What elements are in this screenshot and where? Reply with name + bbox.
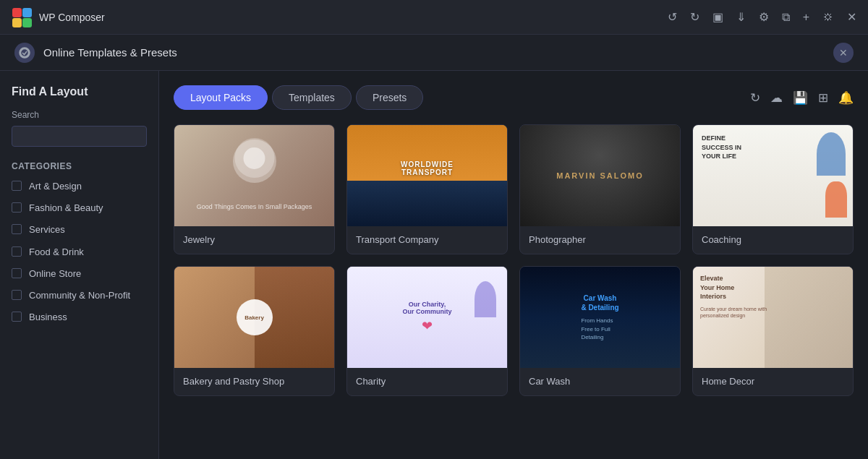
category-food-drink[interactable]: Food & Drink <box>12 246 147 259</box>
category-checkbox-food-drink[interactable] <box>12 246 22 257</box>
card-image-homedecor: ElevateYour HomeInteriors Curate your dr… <box>693 267 853 368</box>
category-art-design[interactable]: Art & Design <box>12 180 147 193</box>
category-label-art-design: Art & Design <box>29 180 82 193</box>
category-label-community-non-profit: Community & Non-Profit <box>29 289 130 302</box>
template-card-bakery[interactable]: Bakery Bakery and Pastry Shop <box>174 266 335 396</box>
cloud-icon[interactable]: ☁ <box>770 90 783 106</box>
photographer-preview-text: MARVIN SALOMO <box>556 171 644 180</box>
bell-icon[interactable]: 🔔 <box>838 90 854 106</box>
card-label-jewelry: Jewelry <box>174 226 334 254</box>
card-label-photographer: Photographer <box>520 226 680 254</box>
toolbar-icons: ↻ ☁ 💾 ⊞ 🔔 <box>750 90 854 106</box>
app-logo <box>12 7 32 27</box>
refresh-icon[interactable]: ↻ <box>750 90 760 106</box>
modal-title: Online Templates & Presets <box>43 46 833 59</box>
category-label-food-drink: Food & Drink <box>29 246 84 259</box>
tab-templates[interactable]: Templates <box>272 85 352 110</box>
category-checkbox-art-design[interactable] <box>12 181 22 191</box>
category-fashion-beauty[interactable]: Fashion & Beauty <box>12 202 147 215</box>
svg-rect-2 <box>12 18 22 27</box>
templates-grid: Good Things Comes In Small Packages Jewe… <box>174 124 854 396</box>
card-image-photographer: MARVIN SALOMO <box>520 125 680 226</box>
category-label-services: Services <box>29 223 65 236</box>
coaching-figure <box>817 132 846 176</box>
homedecor-preview-text: ElevateYour HomeInteriors <box>700 274 767 301</box>
coaching-preview-text: DEFINESUCCESS INYOUR LIFE <box>702 134 741 161</box>
transport-preview-text: WORLDWIDETRANSPORT <box>401 160 454 176</box>
modal-header-icon <box>14 43 35 63</box>
undo-icon[interactable]: ↺ <box>668 10 677 24</box>
card-image-coaching: DEFINESUCCESS INYOUR LIFE <box>693 125 853 226</box>
search-label: Search <box>12 110 147 120</box>
card-image-transport: WORLDWIDETRANSPORT <box>347 125 507 226</box>
tabs: Layout Packs Templates Presets <box>174 85 750 110</box>
svg-rect-1 <box>22 8 32 17</box>
card-image-charity: Our Charity,Our Community ❤ <box>347 267 507 368</box>
card-image-bakery: Bakery <box>174 267 334 368</box>
card-label-transport: Transport Company <box>347 226 507 254</box>
modal-close-button[interactable]: ✕ <box>833 43 854 63</box>
save-icon[interactable]: 💾 <box>793 90 808 106</box>
top-bar: WP Composer ↺ ↻ ▣ ⇓ ⚙ ⧉ + ⛭ ✕ <box>0 0 868 35</box>
card-label-bakery: Bakery and Pastry Shop <box>174 368 334 395</box>
sidebar: Find A Layout Search Categories Art & De… <box>0 71 159 459</box>
card-label-carwash: Car Wash <box>520 368 680 395</box>
template-card-jewelry[interactable]: Good Things Comes In Small Packages Jewe… <box>174 124 335 254</box>
category-label-business: Business <box>29 311 67 324</box>
card-label-charity: Charity <box>347 368 507 395</box>
category-checkbox-business[interactable] <box>12 312 22 322</box>
template-card-transport[interactable]: WORLDWIDETRANSPORT Transport Company <box>346 124 508 254</box>
content-area: Layout Packs Templates Presets ↻ ☁ 💾 ⊞ 🔔 <box>159 71 868 459</box>
modal-header: Online Templates & Presets ✕ <box>0 35 868 71</box>
svg-rect-0 <box>12 8 22 17</box>
charity-heart-icon: ❤ <box>402 318 451 334</box>
download-icon[interactable]: ⇓ <box>736 10 746 24</box>
category-label-fashion-beauty: Fashion & Beauty <box>29 202 103 215</box>
main-layout: Find A Layout Search Categories Art & De… <box>0 71 868 459</box>
svg-rect-3 <box>22 18 32 27</box>
template-card-homedecor[interactable]: ElevateYour HomeInteriors Curate your dr… <box>692 266 854 396</box>
app-title: WP Composer <box>39 12 668 23</box>
category-label-online-store: Online Store <box>29 267 81 280</box>
tab-presets[interactable]: Presets <box>356 85 423 110</box>
template-card-carwash[interactable]: Car Wash& Detailing From HandsFree to Fu… <box>519 266 681 396</box>
category-services[interactable]: Services <box>12 223 147 236</box>
category-checkbox-fashion-beauty[interactable] <box>12 202 22 213</box>
settings-icon[interactable]: ⚙ <box>759 10 769 24</box>
carwash-preview-text: Car Wash& Detailing <box>581 293 618 312</box>
category-checkbox-online-store[interactable] <box>12 268 22 278</box>
category-checkbox-services[interactable] <box>12 224 22 234</box>
template-card-photographer[interactable]: MARVIN SALOMO Photographer <box>519 124 681 254</box>
monitor-icon[interactable]: ▣ <box>712 10 723 24</box>
category-checkbox-community-non-profit[interactable] <box>12 290 22 300</box>
template-card-coaching[interactable]: DEFINESUCCESS INYOUR LIFE Coaching <box>692 124 854 254</box>
layers-icon[interactable]: ⧉ <box>782 11 790 24</box>
category-online-store[interactable]: Online Store <box>12 267 147 280</box>
grid-icon[interactable]: ⊞ <box>818 90 828 106</box>
card-label-homedecor: Home Decor <box>693 368 853 395</box>
sidebar-title: Find A Layout <box>12 85 147 98</box>
gear-icon[interactable]: ⛭ <box>822 11 834 24</box>
card-image-carwash: Car Wash& Detailing From HandsFree to Fu… <box>520 267 680 368</box>
tabs-toolbar: Layout Packs Templates Presets ↻ ☁ 💾 ⊞ 🔔 <box>174 85 854 110</box>
top-bar-icons: ↺ ↻ ▣ ⇓ ⚙ ⧉ + ⛭ ✕ <box>668 10 856 24</box>
charity-preview-text: Our Charity,Our Community <box>402 301 451 315</box>
template-card-charity[interactable]: Our Charity,Our Community ❤ Charity <box>346 266 508 396</box>
add-icon[interactable]: + <box>803 11 809 24</box>
categories-title: Categories <box>12 161 147 171</box>
redo-icon[interactable]: ↻ <box>690 10 699 24</box>
tab-layout-packs[interactable]: Layout Packs <box>174 85 268 110</box>
card-label-coaching: Coaching <box>693 226 853 254</box>
category-business[interactable]: Business <box>12 311 147 324</box>
bakery-preview-text: Bakery <box>237 299 273 335</box>
category-community-non-profit[interactable]: Community & Non-Profit <box>12 289 147 302</box>
card-image-jewelry: Good Things Comes In Small Packages <box>174 125 334 226</box>
search-input[interactable] <box>12 126 147 147</box>
close-icon[interactable]: ✕ <box>847 10 856 24</box>
jewelry-preview-text: Good Things Comes In Small Packages <box>197 203 312 212</box>
